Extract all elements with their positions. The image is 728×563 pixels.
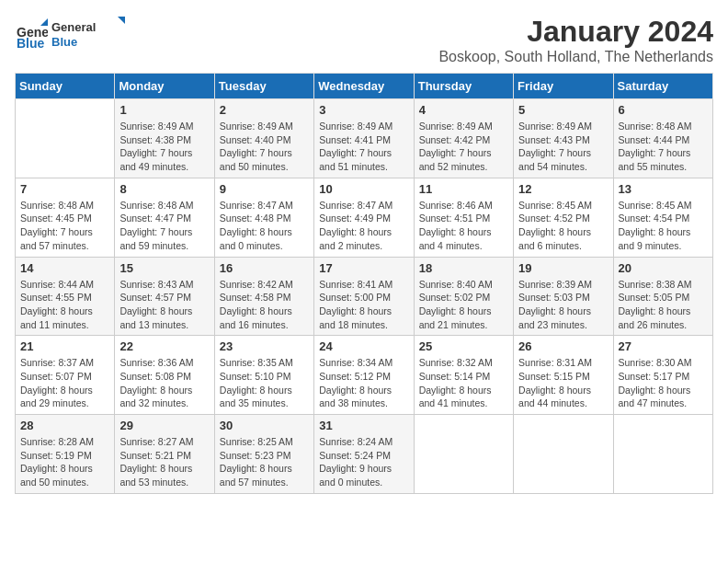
calendar-cell: 16Sunrise: 8:42 AM Sunset: 4:58 PM Dayli… bbox=[214, 257, 313, 336]
calendar-cell: 26Sunrise: 8:31 AM Sunset: 5:15 PM Dayli… bbox=[514, 336, 613, 415]
day-header-sunday: Sunday bbox=[16, 74, 115, 99]
calendar-cell: 9Sunrise: 8:47 AM Sunset: 4:48 PM Daylig… bbox=[214, 178, 313, 257]
calendar-cell: 7Sunrise: 8:48 AM Sunset: 4:45 PM Daylig… bbox=[16, 178, 115, 257]
calendar-week-2: 7Sunrise: 8:48 AM Sunset: 4:45 PM Daylig… bbox=[16, 178, 713, 257]
calendar-cell: 8Sunrise: 8:48 AM Sunset: 4:47 PM Daylig… bbox=[115, 178, 214, 257]
calendar-cell: 17Sunrise: 8:41 AM Sunset: 5:00 PM Dayli… bbox=[314, 257, 414, 336]
day-number: 8 bbox=[119, 182, 209, 196]
logo: General Blue General Blue bbox=[15, 15, 134, 55]
calendar-cell: 2Sunrise: 8:49 AM Sunset: 4:40 PM Daylig… bbox=[214, 99, 313, 178]
day-number: 1 bbox=[119, 103, 209, 117]
day-info: Sunrise: 8:49 AM Sunset: 4:42 PM Dayligh… bbox=[419, 120, 508, 174]
day-number: 30 bbox=[220, 419, 309, 432]
day-info: Sunrise: 8:46 AM Sunset: 4:51 PM Dayligh… bbox=[419, 199, 508, 253]
day-number: 29 bbox=[119, 419, 209, 432]
day-info: Sunrise: 8:28 AM Sunset: 5:19 PM Dayligh… bbox=[20, 435, 109, 489]
calendar-cell bbox=[514, 415, 613, 494]
day-info: Sunrise: 8:25 AM Sunset: 5:23 PM Dayligh… bbox=[220, 435, 309, 489]
day-info: Sunrise: 8:48 AM Sunset: 4:47 PM Dayligh… bbox=[119, 199, 209, 253]
calendar-week-5: 28Sunrise: 8:28 AM Sunset: 5:19 PM Dayli… bbox=[16, 415, 713, 494]
page-header: General Blue General Blue January 2024 B… bbox=[15, 15, 713, 65]
calendar-cell: 5Sunrise: 8:49 AM Sunset: 4:43 PM Daylig… bbox=[514, 99, 613, 178]
day-info: Sunrise: 8:39 AM Sunset: 5:03 PM Dayligh… bbox=[518, 278, 608, 332]
calendar-week-3: 14Sunrise: 8:44 AM Sunset: 4:55 PM Dayli… bbox=[16, 257, 713, 336]
calendar-cell: 18Sunrise: 8:40 AM Sunset: 5:02 PM Dayli… bbox=[414, 257, 513, 336]
calendar-cell: 19Sunrise: 8:39 AM Sunset: 5:03 PM Dayli… bbox=[514, 257, 613, 336]
calendar-cell: 10Sunrise: 8:47 AM Sunset: 4:49 PM Dayli… bbox=[314, 178, 414, 257]
day-info: Sunrise: 8:30 AM Sunset: 5:17 PM Dayligh… bbox=[619, 356, 708, 410]
calendar-cell: 30Sunrise: 8:25 AM Sunset: 5:23 PM Dayli… bbox=[214, 415, 313, 494]
calendar-cell: 20Sunrise: 8:38 AM Sunset: 5:05 PM Dayli… bbox=[613, 257, 712, 336]
calendar-cell: 23Sunrise: 8:35 AM Sunset: 5:10 PM Dayli… bbox=[214, 336, 313, 415]
logo-icon: General Blue bbox=[15, 18, 48, 52]
day-info: Sunrise: 8:34 AM Sunset: 5:12 PM Dayligh… bbox=[319, 356, 408, 410]
day-number: 27 bbox=[619, 339, 708, 353]
svg-marker-5 bbox=[118, 17, 125, 24]
day-info: Sunrise: 8:36 AM Sunset: 5:08 PM Dayligh… bbox=[119, 356, 209, 410]
day-info: Sunrise: 8:45 AM Sunset: 4:52 PM Dayligh… bbox=[518, 199, 608, 253]
day-info: Sunrise: 8:47 AM Sunset: 4:49 PM Dayligh… bbox=[319, 199, 408, 253]
calendar-cell bbox=[16, 99, 115, 178]
day-number: 23 bbox=[220, 339, 309, 353]
calendar-cell: 21Sunrise: 8:37 AM Sunset: 5:07 PM Dayli… bbox=[16, 336, 115, 415]
day-info: Sunrise: 8:42 AM Sunset: 4:58 PM Dayligh… bbox=[220, 278, 309, 332]
day-info: Sunrise: 8:40 AM Sunset: 5:02 PM Dayligh… bbox=[419, 278, 508, 332]
calendar-cell bbox=[613, 415, 712, 494]
day-header-tuesday: Tuesday bbox=[214, 74, 313, 99]
day-number: 21 bbox=[20, 339, 109, 353]
day-info: Sunrise: 8:41 AM Sunset: 5:00 PM Dayligh… bbox=[319, 278, 408, 332]
logo-text: General Blue bbox=[51, 15, 134, 55]
day-number: 9 bbox=[220, 182, 309, 196]
day-number: 17 bbox=[319, 261, 408, 275]
svg-text:Blue: Blue bbox=[51, 35, 77, 49]
day-info: Sunrise: 8:32 AM Sunset: 5:14 PM Dayligh… bbox=[419, 356, 508, 410]
svg-marker-2 bbox=[40, 18, 48, 26]
day-info: Sunrise: 8:27 AM Sunset: 5:21 PM Dayligh… bbox=[119, 435, 209, 489]
day-info: Sunrise: 8:48 AM Sunset: 4:45 PM Dayligh… bbox=[20, 199, 109, 253]
day-number: 12 bbox=[518, 182, 608, 196]
calendar-cell: 24Sunrise: 8:34 AM Sunset: 5:12 PM Dayli… bbox=[314, 336, 414, 415]
calendar-week-1: 1Sunrise: 8:49 AM Sunset: 4:38 PM Daylig… bbox=[16, 99, 713, 178]
day-number: 13 bbox=[619, 182, 708, 196]
calendar-cell bbox=[414, 415, 513, 494]
svg-text:Blue: Blue bbox=[17, 36, 45, 51]
day-number: 24 bbox=[319, 339, 408, 353]
day-number: 7 bbox=[20, 182, 109, 196]
calendar-cell: 14Sunrise: 8:44 AM Sunset: 4:55 PM Dayli… bbox=[16, 257, 115, 336]
day-number: 16 bbox=[220, 261, 309, 275]
calendar-cell: 28Sunrise: 8:28 AM Sunset: 5:19 PM Dayli… bbox=[16, 415, 115, 494]
calendar-week-4: 21Sunrise: 8:37 AM Sunset: 5:07 PM Dayli… bbox=[16, 336, 713, 415]
calendar-cell: 31Sunrise: 8:24 AM Sunset: 5:24 PM Dayli… bbox=[314, 415, 414, 494]
day-number: 3 bbox=[319, 103, 408, 117]
day-header-thursday: Thursday bbox=[414, 74, 513, 99]
day-info: Sunrise: 8:48 AM Sunset: 4:44 PM Dayligh… bbox=[619, 120, 708, 174]
day-info: Sunrise: 8:49 AM Sunset: 4:40 PM Dayligh… bbox=[220, 120, 309, 174]
day-number: 31 bbox=[319, 419, 408, 432]
day-header-saturday: Saturday bbox=[613, 74, 712, 99]
day-number: 11 bbox=[419, 182, 508, 196]
day-header-friday: Friday bbox=[514, 74, 613, 99]
day-number: 25 bbox=[419, 339, 508, 353]
day-info: Sunrise: 8:47 AM Sunset: 4:48 PM Dayligh… bbox=[220, 199, 309, 253]
calendar-cell: 25Sunrise: 8:32 AM Sunset: 5:14 PM Dayli… bbox=[414, 336, 513, 415]
day-number: 15 bbox=[119, 261, 209, 275]
day-info: Sunrise: 8:44 AM Sunset: 4:55 PM Dayligh… bbox=[20, 278, 109, 332]
day-number: 5 bbox=[518, 103, 608, 117]
day-number: 18 bbox=[419, 261, 508, 275]
svg-text:General: General bbox=[51, 20, 96, 34]
day-info: Sunrise: 8:35 AM Sunset: 5:10 PM Dayligh… bbox=[220, 356, 309, 410]
calendar-cell: 11Sunrise: 8:46 AM Sunset: 4:51 PM Dayli… bbox=[414, 178, 513, 257]
day-info: Sunrise: 8:24 AM Sunset: 5:24 PM Dayligh… bbox=[319, 435, 408, 489]
day-number: 2 bbox=[220, 103, 309, 117]
day-number: 19 bbox=[518, 261, 608, 275]
calendar-cell: 27Sunrise: 8:30 AM Sunset: 5:17 PM Dayli… bbox=[613, 336, 712, 415]
calendar-cell: 4Sunrise: 8:49 AM Sunset: 4:42 PM Daylig… bbox=[414, 99, 513, 178]
calendar-cell: 13Sunrise: 8:45 AM Sunset: 4:54 PM Dayli… bbox=[613, 178, 712, 257]
calendar-cell: 12Sunrise: 8:45 AM Sunset: 4:52 PM Dayli… bbox=[514, 178, 613, 257]
day-header-wednesday: Wednesday bbox=[314, 74, 414, 99]
day-info: Sunrise: 8:37 AM Sunset: 5:07 PM Dayligh… bbox=[20, 356, 109, 410]
calendar-cell: 15Sunrise: 8:43 AM Sunset: 4:57 PM Dayli… bbox=[115, 257, 214, 336]
title-block: January 2024 Boskoop, South Holland, The… bbox=[438, 15, 713, 65]
day-info: Sunrise: 8:49 AM Sunset: 4:38 PM Dayligh… bbox=[119, 120, 209, 174]
calendar-cell: 1Sunrise: 8:49 AM Sunset: 4:38 PM Daylig… bbox=[115, 99, 214, 178]
